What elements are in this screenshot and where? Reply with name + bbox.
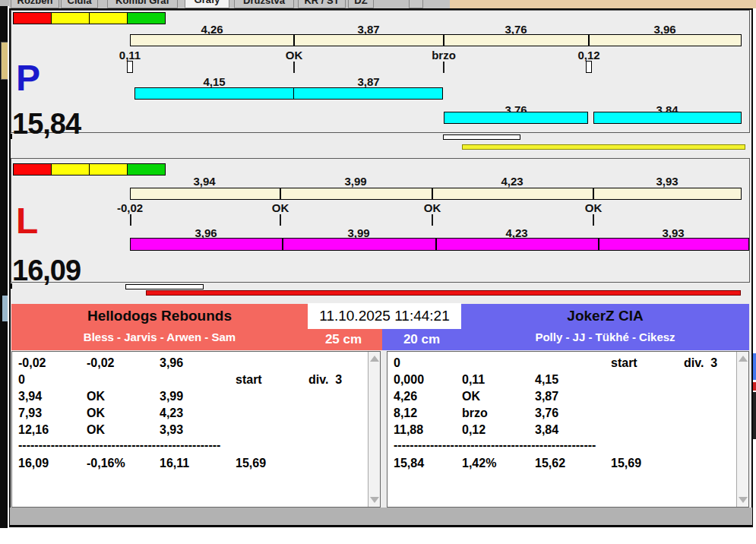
left-jump-height: 25 cm xyxy=(317,332,370,347)
table-row: 4,26 OK 3,87 xyxy=(387,390,748,406)
cell: -0,02 xyxy=(87,356,114,370)
legend-yellow-box xyxy=(89,163,128,176)
lane-l-letter: L xyxy=(16,203,38,239)
p-progress-yellow-bar xyxy=(462,144,745,150)
cell: 7,93 xyxy=(18,406,42,420)
left-results-table[interactable]: -0,02 -0,02 3,96 0 start div. 3 3,94 OK … xyxy=(11,351,381,508)
l-timeline-divider xyxy=(593,188,594,200)
legend-green-box xyxy=(127,12,166,24)
tab-rozbeh[interactable]: Rozbeh xyxy=(11,0,59,8)
l-pass-label: -0,02 xyxy=(103,201,157,214)
strip-fragment xyxy=(0,0,9,6)
total-time: 15,84 xyxy=(394,457,424,470)
table-row: 11,88 0,12 3,84 xyxy=(387,423,748,440)
cell: 3,87 xyxy=(535,390,558,403)
p-run-bar xyxy=(293,87,443,100)
net-time: 16,11 xyxy=(160,457,189,470)
tab-kr-st[interactable]: KR / ST xyxy=(298,0,346,8)
l-progress-red-bar xyxy=(146,290,741,296)
cell: 3,76 xyxy=(535,406,558,420)
tab-cidla[interactable]: Čidla xyxy=(61,0,98,8)
scroll-down-icon[interactable] xyxy=(739,497,748,503)
cell: start xyxy=(236,373,262,387)
l-pass-tick xyxy=(432,214,433,226)
total-time: 16,09 xyxy=(18,457,49,470)
table-row: 8,12 brzo 3,76 xyxy=(387,406,748,423)
edge-fragment xyxy=(753,353,756,380)
cell: OK xyxy=(87,406,105,420)
p-timeline-divider xyxy=(293,34,295,46)
legend-yellow-box xyxy=(51,12,90,24)
background-desktop-strip xyxy=(450,0,756,8)
l-pass-label: OK xyxy=(406,201,459,214)
l-timeline-divider xyxy=(432,188,433,200)
cell: 0 xyxy=(18,373,25,387)
scroll-down-icon[interactable] xyxy=(370,497,379,503)
l-timeline-divider xyxy=(280,188,281,200)
scrollbar[interactable] xyxy=(368,352,380,507)
p-run-label: 3,87 xyxy=(342,75,395,88)
p-timeline-divider xyxy=(588,34,590,46)
right-results-table[interactable]: 0 start div. 3 0,000 0,11 4,15 4,26 OK 3… xyxy=(387,351,749,508)
l-timeline-bar xyxy=(130,188,742,200)
cell: 4,26 xyxy=(394,390,417,403)
cell: div. 3 xyxy=(684,356,717,370)
p-progress-white-bar xyxy=(443,134,520,140)
separator-row: ----------------------------------------… xyxy=(12,438,380,455)
cell: div. 3 xyxy=(308,373,342,387)
table-row: 12,16 OK 3,93 xyxy=(12,423,380,440)
tab-dz[interactable]: DZ xyxy=(348,0,374,8)
legend-yellow-box xyxy=(51,163,90,176)
left-team-name: Hellodogs Rebounds xyxy=(11,308,308,324)
lane-l-panel: 3,94 3,99 4,23 3,93 -0,02 OK OK OK 3,96 … xyxy=(11,158,750,283)
cell: 12,16 xyxy=(18,423,49,437)
lane-p-total-time: 15,84 xyxy=(12,109,81,138)
l-zero-tick xyxy=(11,283,12,289)
l-pass-label: OK xyxy=(254,201,307,214)
table-row: 0 start div. 3 xyxy=(387,356,748,373)
p-pass-box-marker xyxy=(127,61,133,73)
scroll-up-icon[interactable] xyxy=(739,356,748,362)
p-run-bar xyxy=(593,112,742,124)
p-run-bar xyxy=(444,112,588,124)
l-split-label: 4,23 xyxy=(486,175,539,188)
cell: OK xyxy=(87,390,105,403)
separator-row: ----------------------------------------… xyxy=(387,438,748,455)
diff-percent: -0,16% xyxy=(87,457,125,470)
tab-kombi-graf[interactable]: Kombi Graf xyxy=(107,0,178,8)
lane-p-panel: 4,26 3,87 3,76 3,96 0,11 OK brzo 0,12 4,… xyxy=(11,10,750,133)
best-time: 15,69 xyxy=(236,457,266,470)
summary-row: 16,09 -0,16% 16,11 15,69 xyxy=(12,457,380,473)
l-run-bar xyxy=(130,238,749,251)
cell: brzo xyxy=(462,406,488,420)
l-pass-tick xyxy=(280,214,281,226)
cell: 3,99 xyxy=(160,390,183,403)
table-row: 3,94 OK 3,99 xyxy=(12,390,380,406)
cell: 0 xyxy=(394,356,400,370)
cell: 3,84 xyxy=(535,423,558,437)
tab-fragment[interactable] xyxy=(409,0,423,8)
lane-l-total-time: 16,09 xyxy=(12,256,81,285)
scrollbar[interactable] xyxy=(736,352,748,507)
tab-druzstva[interactable]: Družstva xyxy=(234,0,294,8)
cell: OK xyxy=(462,390,480,403)
p-timeline-divider xyxy=(443,34,444,46)
cell: 8,12 xyxy=(394,406,417,420)
l-pass-label: OK xyxy=(567,201,620,214)
p-pass-box-marker xyxy=(586,61,592,73)
scroll-up-icon[interactable] xyxy=(370,356,379,362)
table-row: 0,000 0,11 4,15 xyxy=(387,373,748,390)
cell: 3,96 xyxy=(160,356,183,370)
lane-p-letter: P xyxy=(16,60,40,96)
right-team-dogs: Polly - JJ - Tükhé - Cikesz xyxy=(461,331,749,343)
l-run-divider xyxy=(282,238,283,251)
l-split-label: 3,99 xyxy=(329,175,382,188)
p-run-label: 4,15 xyxy=(188,75,241,88)
l-run-divider xyxy=(435,238,437,251)
left-team-dogs: Bless - Jarvis - Arwen - Sam xyxy=(11,331,308,343)
p-zero-tick xyxy=(11,134,12,139)
tab-grafy[interactable]: Grafy xyxy=(185,0,229,8)
summary-row: 15,84 1,42% 15,62 15,69 xyxy=(387,457,748,473)
separator: ----------------------------------------… xyxy=(394,438,596,452)
table-row: -0,02 -0,02 3,96 xyxy=(12,356,380,373)
